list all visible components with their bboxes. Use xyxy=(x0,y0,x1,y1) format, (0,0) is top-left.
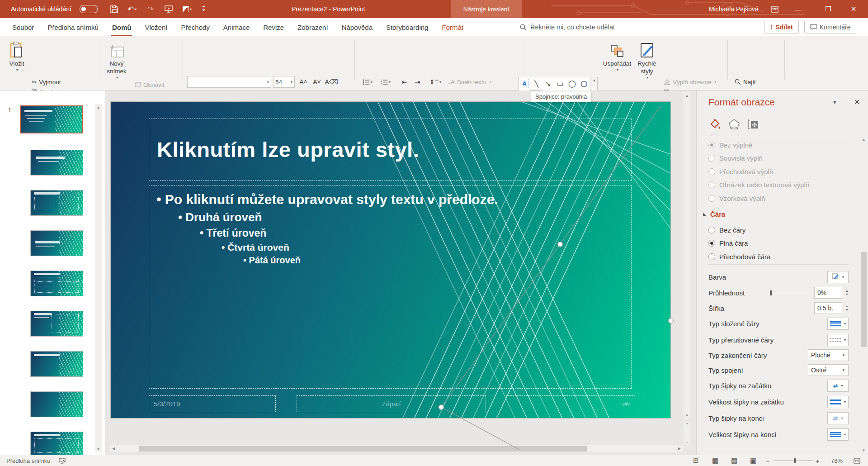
save-button[interactable] xyxy=(110,0,118,18)
layout-thumbnail-content-caption[interactable] xyxy=(30,311,83,337)
next-slide-icon[interactable]: ⇣ xyxy=(685,440,689,444)
transparency-slider[interactable] xyxy=(770,293,809,293)
autosave-toggle[interactable] xyxy=(80,0,98,18)
increase-indent-button[interactable]: ⇥ xyxy=(411,76,423,88)
fit-to-window-button[interactable] xyxy=(854,455,860,466)
undo-button[interactable]: ↶▾ xyxy=(127,0,137,18)
line-color-button[interactable]: ▾ xyxy=(827,271,849,283)
comments-button[interactable]: Komentáře xyxy=(804,21,856,33)
tab-p-echody[interactable]: Přechody xyxy=(174,18,216,36)
title-placeholder[interactable]: Kliknutím lze upravit styl. xyxy=(149,119,632,181)
normal-view-button[interactable]: ⊞ xyxy=(693,455,699,466)
shape-style-button[interactable]: ▾ xyxy=(183,0,192,18)
share-button[interactable]: ⤴ Sdílet xyxy=(764,21,799,33)
panel-close-icon[interactable]: ✕ xyxy=(854,98,860,106)
scroll-left-icon[interactable]: ◀ xyxy=(110,447,117,451)
reset-slide-button[interactable]: Obnovit xyxy=(135,80,165,90)
reading-view-button[interactable]: ▤ xyxy=(731,455,737,466)
scroll-up-icon[interactable]: ▲ xyxy=(860,138,867,142)
line-style-dropdown[interactable]: ▾ xyxy=(827,318,849,330)
decrease-font-button[interactable]: A˅ xyxy=(311,76,323,88)
master-slide-thumbnail[interactable] xyxy=(20,105,83,133)
arrow-type-dropdown[interactable]: ⇄▾ xyxy=(827,412,849,424)
line-section-header[interactable]: Čára xyxy=(703,210,725,218)
tell-me-search[interactable]: Řekněte mi, co chcete udělat xyxy=(520,21,710,33)
cut-button[interactable]: ✂Vyjmout xyxy=(32,77,61,87)
tab-form-t[interactable]: Formát xyxy=(435,18,470,36)
fill-line-tab[interactable] xyxy=(708,117,723,132)
find-button[interactable]: Najít xyxy=(735,77,756,87)
transparency-value[interactable]: 0% xyxy=(814,287,842,299)
line-style-dropdown[interactable]: ▾ xyxy=(827,396,849,408)
layout-thumbnail-content[interactable] xyxy=(30,432,83,457)
paste-button[interactable]: Vložit▾ xyxy=(4,40,30,81)
rectangle-icon[interactable]: ▭ xyxy=(554,77,566,90)
slide-horizontal-scrollbar[interactable]: ◀ ▶ xyxy=(110,445,683,452)
shape-fill-button[interactable]: Výplň obrazce▾ xyxy=(664,77,717,87)
layout-thumbnail-blank[interactable] xyxy=(30,391,83,417)
line-option-p-echodov-ra[interactable]: Přechodová čára xyxy=(708,251,770,262)
scroll-up-icon[interactable]: ▲ xyxy=(685,94,689,98)
previous-next-slide-buttons[interactable]: ⇡ ⇣ xyxy=(684,422,690,445)
slide-sorter-view-button[interactable]: ▦ xyxy=(712,455,718,466)
scroll-right-icon[interactable]: ▶ xyxy=(676,447,683,451)
status-display-icon[interactable] xyxy=(59,455,66,466)
select-5[interactable]: Ploché▼ xyxy=(808,349,849,361)
tab-p-edloha-sn-mk-[interactable]: Předloha snímků xyxy=(41,18,105,36)
slideshow-view-button[interactable]: ▣ xyxy=(750,455,756,466)
select-6[interactable]: Ostré▼ xyxy=(808,364,849,376)
footer-placeholder[interactable]: Zápatí xyxy=(297,395,486,412)
fill-option-3[interactable]: Obrázek nebo texturová výplň xyxy=(708,180,809,190)
layout-thumbnail-title-only[interactable] xyxy=(30,351,83,377)
restore-button[interactable]: ❐ xyxy=(818,0,838,18)
width-value[interactable]: 0.5 b. xyxy=(814,302,842,314)
tab-storyboarding[interactable]: Storyboarding xyxy=(379,18,435,36)
tab-dom-[interactable]: Domů xyxy=(105,18,138,36)
tab-soubor[interactable]: Soubor xyxy=(5,18,41,36)
scroll-up-icon[interactable]: ▲ xyxy=(97,105,100,109)
size-properties-tab[interactable] xyxy=(745,117,761,132)
ribbon-display-options-button[interactable] xyxy=(771,0,778,18)
arrow-icon[interactable]: ↘ xyxy=(542,77,554,90)
fill-option-2[interactable]: Přechodová výplň xyxy=(708,166,773,177)
oval-icon[interactable]: ◯ xyxy=(566,77,578,90)
slide-vertical-scrollbar[interactable]: ▲ ▼ xyxy=(684,92,690,419)
tab-zobrazen-[interactable]: Zobrazení xyxy=(291,18,335,36)
fill-option-0[interactable]: Bez výplně xyxy=(708,139,752,150)
panel-menu-arrow-icon[interactable]: ▼ xyxy=(832,100,837,105)
text-direction-button[interactable]: ↓ASměr textu▾ xyxy=(448,77,491,87)
close-button[interactable]: ✕ xyxy=(844,0,863,18)
scroll-down-icon[interactable]: ▼ xyxy=(860,448,867,452)
dash-style-dropdown[interactable]: ▾ xyxy=(827,334,849,346)
panel-scrollbar[interactable]: ▲ ▼ xyxy=(860,137,867,453)
scrollbar-thumb[interactable] xyxy=(139,446,587,452)
slider-thumb[interactable] xyxy=(770,290,772,295)
quick-styles-button[interactable]: Rychlé styly▾ xyxy=(634,40,660,81)
scroll-down-icon[interactable]: ▼ xyxy=(97,447,100,451)
scrollbar-thumb[interactable] xyxy=(861,252,867,347)
layout-thumbnail-title[interactable] xyxy=(30,150,83,176)
rounded-rectangle-icon[interactable]: ▢ xyxy=(578,77,590,90)
redo-button[interactable]: ↷ xyxy=(147,0,154,18)
zoom-percentage[interactable]: 78% xyxy=(831,455,843,466)
effects-tab[interactable] xyxy=(726,117,742,132)
fill-option-1[interactable]: Souvislá výplň xyxy=(708,153,763,164)
line-spacing-button[interactable]: ⇕≡▾ xyxy=(428,76,443,88)
textbox-icon[interactable]: A xyxy=(520,79,529,88)
tab-n-pov-da[interactable]: Nápověda xyxy=(335,18,379,36)
date-placeholder[interactable]: 5/3/2019 xyxy=(149,395,276,412)
line-option-bez-ry[interactable]: Bez čáry xyxy=(708,224,745,235)
layout-thumbnail-section[interactable] xyxy=(30,230,83,256)
start-slideshow-button[interactable] xyxy=(165,0,173,18)
layout-thumbnail-two-content[interactable] xyxy=(30,190,83,216)
tab-vlo-en-[interactable]: Vložení xyxy=(138,18,174,36)
zoom-slider[interactable] xyxy=(774,455,813,466)
line-style-dropdown[interactable]: ▾ xyxy=(827,428,849,441)
zoom-out-button[interactable]: − xyxy=(766,455,770,466)
slide-number-placeholder[interactable]: ‹#› xyxy=(506,395,635,412)
increase-font-button[interactable]: A˄ xyxy=(297,76,309,88)
bullets-button[interactable]: ▾ xyxy=(360,76,375,88)
slide-canvas[interactable]: Kliknutím lze upravit styl. • Po kliknut… xyxy=(110,101,671,418)
clear-formatting-button[interactable]: A⌫ xyxy=(326,76,337,88)
arrow-type-dropdown[interactable]: ⇄▾ xyxy=(827,380,849,392)
